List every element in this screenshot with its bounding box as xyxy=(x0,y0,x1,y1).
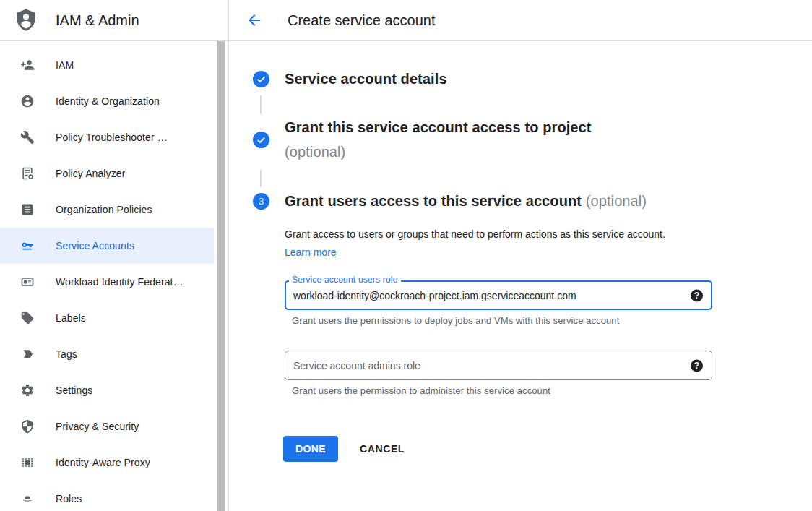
sidebar: IAM & Admin IAM Policy Troubleshooter … … xyxy=(0,0,229,511)
users-role-field-wrapper: Service account users role ? xyxy=(285,280,712,310)
sidebar-item-iam[interactable]: IAM xyxy=(0,47,214,83)
list-document-icon xyxy=(20,202,35,217)
sidebar-item-label: Labels xyxy=(56,312,86,324)
sidebar-item-identity-aware-proxy[interactable]: Identity-Aware Proxy xyxy=(0,445,214,481)
step-2-grant-access-to-project[interactable]: Grant this service account access to pro… xyxy=(253,115,812,164)
sidebar-item-tags[interactable]: Tags xyxy=(0,336,214,372)
users-role-help-icon[interactable]: ? xyxy=(691,289,703,301)
sidebar-item-label: Settings xyxy=(56,385,92,396)
sidebar-item-label: Privacy & Security xyxy=(56,421,139,432)
step-3-description: Grant access to users or groups that nee… xyxy=(285,226,681,262)
hat-icon xyxy=(20,491,35,506)
step-3-body: Grant access to users or groups that nee… xyxy=(285,226,812,462)
iap-icon xyxy=(20,455,35,470)
step-2-optional-label: (optional) xyxy=(285,139,592,164)
page-title: Create service account xyxy=(288,12,436,29)
sidebar-item-privacy-security[interactable]: Privacy & Security xyxy=(0,408,214,445)
step-connector xyxy=(260,170,262,187)
step-3-number-badge: 3 xyxy=(253,193,269,210)
sidebar-item-service-accounts[interactable]: Service Accounts xyxy=(0,228,214,264)
main-panel: Create service account Service account d… xyxy=(229,0,812,511)
iam-admin-shield-icon xyxy=(13,7,39,33)
learn-more-link[interactable]: Learn more xyxy=(285,246,337,258)
sidebar-item-label: Identity-Aware Proxy xyxy=(56,457,150,468)
label-tag-icon xyxy=(20,311,35,325)
sidebar-scrollbar-thumb[interactable] xyxy=(217,41,225,511)
sidebar-item-label: IAM xyxy=(56,59,74,71)
sidebar-item-labels[interactable]: Labels xyxy=(0,300,214,336)
admins-role-field-wrapper: ? xyxy=(285,351,712,380)
gear-icon xyxy=(20,383,35,398)
back-arrow-button[interactable] xyxy=(246,12,263,29)
step-connector xyxy=(260,95,262,114)
sidebar-item-label: Roles xyxy=(56,493,82,504)
stepper-content: Service account details Grant this servi… xyxy=(229,41,812,462)
sidebar-header: IAM & Admin xyxy=(0,0,228,41)
tag-arrow-icon xyxy=(20,347,35,361)
service-account-key-icon xyxy=(20,239,35,253)
sidebar-item-policy-troubleshooter[interactable]: Policy Troubleshooter … xyxy=(0,119,214,155)
page-topbar: Create service account xyxy=(229,0,812,41)
cancel-button[interactable]: CANCEL xyxy=(360,443,405,455)
sidebar-item-label: Policy Analyzer xyxy=(56,168,125,179)
admins-role-help-icon[interactable]: ? xyxy=(691,359,703,372)
step-1-title: Service account details xyxy=(285,66,447,91)
step-3-number: 3 xyxy=(259,196,264,207)
sidebar-item-workload-identity-federation[interactable]: Workload Identity Federat… xyxy=(0,264,214,300)
sidebar-item-organization-policies[interactable]: Organization Policies xyxy=(0,192,214,228)
step-3-grant-users-access[interactable]: 3 Grant users access to this service acc… xyxy=(253,189,812,213)
sidebar-item-label: Tags xyxy=(56,348,77,360)
form-actions: DONE CANCEL xyxy=(283,436,812,462)
iam-admin-console: IAM & Admin IAM Policy Troubleshooter … … xyxy=(0,0,812,511)
sidebar-item-settings[interactable]: Settings xyxy=(0,372,214,408)
admins-role-helper-text: Grant users the permission to administer… xyxy=(292,385,812,396)
sidebar-item-label: Service Accounts xyxy=(56,240,134,252)
step-1-completed-check-icon xyxy=(253,71,269,87)
person-add-icon xyxy=(20,58,35,72)
badge-card-icon xyxy=(20,275,35,289)
wrench-icon xyxy=(20,130,35,145)
account-circle-icon xyxy=(20,94,35,108)
sidebar-item-label: Identity & Organization xyxy=(56,95,160,107)
policy-analyzer-icon xyxy=(20,166,35,181)
sidebar-nav: IAM Policy Troubleshooter … Identity & O… xyxy=(0,41,228,511)
sidebar-item-policy-analyzer[interactable]: Policy Analyzer xyxy=(0,155,214,192)
step-2-title: Grant this service account access to pro… xyxy=(285,115,592,139)
back-arrow-icon xyxy=(246,12,263,29)
step-3-optional-label: (optional) xyxy=(586,193,647,209)
shield-icon xyxy=(20,419,35,434)
sidebar-item-roles[interactable]: Roles xyxy=(0,481,214,511)
sidebar-item-identity-organization[interactable]: Policy Troubleshooter … Identity & Organ… xyxy=(0,83,214,119)
users-role-input[interactable] xyxy=(285,280,712,310)
sidebar-item-label: Organization Policies xyxy=(56,204,152,215)
admins-role-input[interactable] xyxy=(285,351,712,380)
product-title: IAM & Admin xyxy=(56,12,139,29)
sidebar-item-label: Policy Troubleshooter … xyxy=(56,132,168,143)
done-button[interactable]: DONE xyxy=(283,436,338,462)
step-3-title: Grant users access to this service accou… xyxy=(285,193,582,209)
step-2-completed-check-icon xyxy=(253,132,269,148)
sidebar-item-label: Workload Identity Federat… xyxy=(56,276,183,288)
users-role-helper-text: Grant users the permissions to deploy jo… xyxy=(292,315,812,326)
step-1-service-account-details[interactable]: Service account details xyxy=(253,66,812,91)
users-role-field-label: Service account users role xyxy=(289,275,401,285)
